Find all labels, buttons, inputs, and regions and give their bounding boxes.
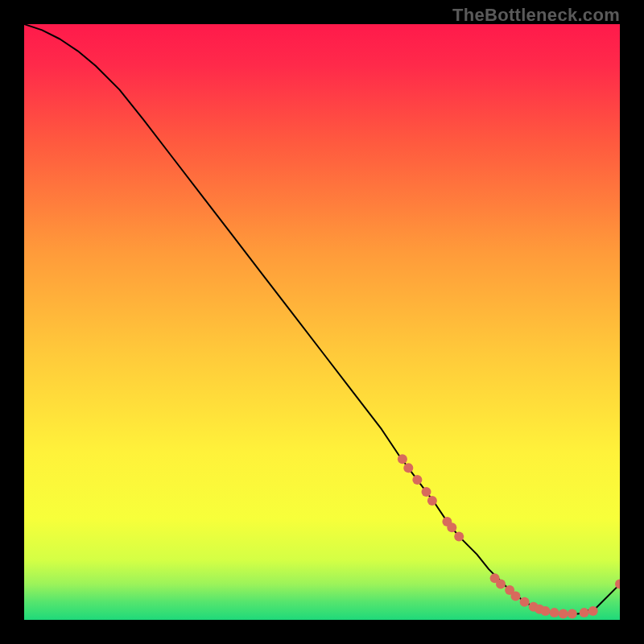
highlight-point — [568, 609, 577, 619]
highlight-point — [427, 496, 437, 506]
highlight-point — [454, 531, 464, 541]
highlight-point — [559, 609, 568, 619]
highlight-point — [422, 487, 431, 497]
highlight-point — [541, 606, 551, 616]
highlight-point — [398, 454, 407, 464]
highlight-point — [496, 580, 506, 589]
highlight-point — [511, 591, 521, 601]
highlight-point — [412, 475, 422, 485]
watermark-text: TheBottleneck.com — [452, 5, 620, 26]
highlight-point — [550, 608, 559, 617]
gradient-background — [24, 24, 620, 620]
plot-svg — [24, 24, 620, 620]
highlight-point — [520, 597, 530, 607]
highlight-point — [588, 606, 598, 616]
highlight-point — [580, 608, 589, 617]
plot-area — [24, 24, 620, 620]
highlight-point — [447, 522, 456, 532]
chart-stage: TheBottleneck.com — [0, 0, 644, 644]
highlight-point — [403, 463, 413, 473]
